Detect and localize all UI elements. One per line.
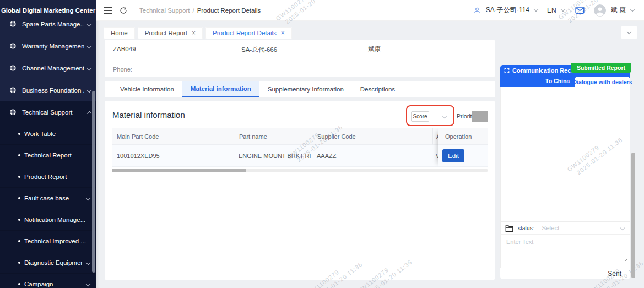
- sidebar-scrollbar-thumb[interactable]: [92, 91, 95, 273]
- sidebar-item-notification-management[interactable]: Notification Manage...: [0, 209, 96, 231]
- send-row: Sent: [500, 268, 630, 279]
- org-selector[interactable]: SA-子公司-114: [486, 6, 529, 15]
- tabs-collapse-button[interactable]: [621, 26, 637, 39]
- table-row: 1001012XED95 ENGINE MOUNT BRKT RH AAAZZ …: [112, 145, 488, 167]
- sidebar-item-diagnostic-equipment[interactable]: Diagnostic Equipment: [0, 252, 96, 274]
- sidebar-item-technical-improved[interactable]: Technical Improved ...: [0, 231, 96, 252]
- user-outline-icon: [473, 7, 481, 14]
- sidebar-item-technical-report[interactable]: Technical Report: [0, 145, 96, 166]
- chevron-down-icon: [86, 196, 90, 200]
- chevron-down-icon[interactable]: [534, 7, 538, 12]
- send-button[interactable]: Sent: [608, 270, 621, 278]
- close-icon[interactable]: ×: [281, 30, 285, 36]
- chevron-down-icon: [87, 66, 91, 70]
- communication-tabs: To China Dialogue with dealers: [500, 75, 630, 87]
- close-icon[interactable]: ×: [192, 30, 196, 36]
- operation-fixed-column: Operation Edit: [438, 128, 488, 167]
- chevron-up-icon: [87, 111, 91, 115]
- module-icon: [9, 20, 17, 28]
- column-header: Supplier Code: [312, 128, 432, 145]
- sidebar-item-business-foundation[interactable]: Business Foundation ...: [0, 79, 96, 101]
- topbar-right: SA-子公司-114 EN 斌 康: [473, 4, 644, 17]
- chevron-down-icon[interactable]: [630, 7, 635, 12]
- breadcrumb: Technical Support/Product Report Details: [139, 7, 261, 14]
- refresh-icon[interactable]: [120, 7, 127, 14]
- report-summary-card: ZAB049 SA-总代-666 斌康 Phone:: [105, 40, 495, 77]
- score-select[interactable]: [430, 110, 452, 123]
- page-tabs: Home Product Report × Product Report Det…: [104, 27, 292, 39]
- content-edge-shadow: [96, 21, 100, 288]
- report-code: ZAB049: [113, 46, 136, 52]
- breadcrumb-section[interactable]: Technical Support: [139, 7, 190, 14]
- expand-icon[interactable]: [504, 68, 510, 73]
- score-label: Score: [411, 111, 429, 122]
- app-screen: Spare Parts Manage... Warranty Managemen…: [0, 0, 644, 288]
- sidebar-item-work-table[interactable]: Work Table: [0, 123, 96, 145]
- sidebar-item-technical-support[interactable]: Technical Support: [0, 101, 96, 123]
- sidebar-item-label: Technical Support: [22, 109, 84, 116]
- status-placeholder: Select: [542, 225, 618, 231]
- sidebar-item-channel[interactable]: Channel Management: [0, 57, 96, 79]
- bullet-icon: [18, 240, 20, 242]
- chat-message-area: [500, 87, 630, 221]
- tab-product-report-details[interactable]: Product Report Details ×: [205, 27, 292, 39]
- language-selector[interactable]: EN: [547, 7, 556, 14]
- module-icon: [9, 42, 17, 50]
- edit-button[interactable]: Edit: [442, 149, 464, 162]
- tab-label: Home: [111, 30, 128, 36]
- cell-part-name: ENGINE MOUNT BRKT RH: [234, 145, 312, 167]
- tab-label: Product Report Details: [213, 30, 277, 36]
- bullet-icon: [18, 262, 20, 264]
- message-input[interactable]: [501, 235, 630, 268]
- contact-person: 斌康: [368, 45, 381, 53]
- sidebar: Spare Parts Manage... Warranty Managemen…: [0, 0, 96, 288]
- sidebar-item-label: Business Foundation ...: [22, 87, 84, 94]
- chevron-down-icon[interactable]: [560, 7, 565, 12]
- priority-select-disabled: [472, 111, 488, 122]
- sidebar-item-campaign[interactable]: Campaign: [0, 274, 96, 288]
- tab-home[interactable]: Home: [104, 27, 135, 39]
- agent-name: SA-总代-666: [241, 46, 277, 54]
- sidebar-item-label: Diagnostic Equipment: [24, 259, 83, 266]
- sidebar-item-label: Warranty Management: [22, 43, 84, 50]
- material-table-scroll-area: Main Part Code Part name Supplier Code A…: [112, 128, 488, 167]
- status-select[interactable]: Select: [542, 225, 625, 231]
- sidebar-item-label: Technical Improved ...: [24, 238, 90, 244]
- tab-vehicle-information[interactable]: Vehicle Information: [112, 81, 182, 97]
- sidebar-item-warranty[interactable]: Warranty Management: [0, 35, 96, 57]
- user-name[interactable]: 斌 康: [611, 6, 626, 15]
- cell-supplier-code: AAAZZ: [312, 145, 432, 167]
- app-logo-header: Global Digital Marketing Center: [0, 0, 96, 21]
- table-horizontal-scrollbar-track: [112, 169, 488, 172]
- tab-supplementary-information[interactable]: Supplementary Information: [259, 81, 352, 97]
- folder-icon[interactable]: [505, 225, 513, 232]
- sidebar-item-label: Fault case base: [24, 195, 83, 202]
- module-icon: [9, 108, 17, 116]
- sidebar-item-label: Spare Parts Manage...: [22, 21, 84, 28]
- sidebar-item-fault-case-base[interactable]: Fault case base: [0, 188, 96, 209]
- avatar[interactable]: [594, 4, 606, 17]
- sidebar-item-label: Channel Management: [22, 65, 84, 72]
- tab-material-information[interactable]: Material information: [182, 81, 259, 97]
- bullet-icon: [18, 176, 20, 178]
- menu-fold-icon[interactable]: [104, 7, 112, 14]
- bullet-icon: [18, 283, 20, 285]
- table-horizontal-scrollbar-thumb[interactable]: [112, 169, 246, 172]
- bullet-icon: [18, 197, 20, 199]
- chevron-down-icon: [442, 114, 447, 118]
- module-icon: [9, 86, 17, 94]
- sidebar-item-product-report[interactable]: Product Report: [0, 166, 96, 188]
- submitted-report-button[interactable]: Submitted Report: [571, 63, 631, 73]
- tab-product-report[interactable]: Product Report ×: [138, 27, 203, 39]
- mail-icon[interactable]: [575, 7, 585, 14]
- column-header: Main Part Code: [112, 128, 234, 145]
- breadcrumb-separator: /: [192, 7, 194, 14]
- column-header: Operation: [438, 128, 488, 145]
- page-scrollbar-thumb[interactable]: [631, 153, 635, 278]
- tab-descriptions[interactable]: Descriptions: [352, 81, 403, 97]
- tab-label: Vehicle Information: [120, 86, 174, 93]
- sidebar-item-label: Work Table: [24, 131, 90, 137]
- tab-to-china[interactable]: To China: [545, 78, 570, 84]
- tab-dialogue-with-dealers[interactable]: Dialogue with dealers: [575, 77, 630, 87]
- chevron-down-icon: [86, 260, 90, 265]
